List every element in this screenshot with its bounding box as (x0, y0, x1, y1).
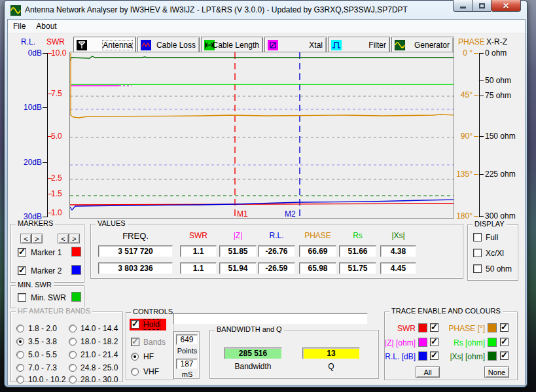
hold-highlight: Hold (130, 319, 166, 330)
xrz-tick-label: 150 ohm (485, 132, 519, 141)
marker2-prev-button[interactable]: < (58, 234, 69, 243)
menu-about[interactable]: About (31, 20, 62, 32)
trace-rl-label: R.L. [dB] (385, 352, 416, 361)
client-area: R.L. SWR PHASE X-R-Z Antenna Cable Loss … (8, 33, 525, 385)
values-header-phase: PHASE (299, 231, 336, 240)
band-18.0-radio[interactable] (69, 338, 77, 346)
display-50ohm-label: 50 ohm (486, 264, 512, 274)
trace-swr-checkbox[interactable] (430, 323, 438, 332)
trace-none-button[interactable]: None (484, 366, 509, 378)
trace-all-button[interactable]: All (416, 366, 440, 378)
hold-label: Hold (143, 320, 160, 329)
hf-radio[interactable] (131, 353, 139, 361)
xrz-tick-label: 225 ohm (485, 169, 519, 179)
filter-icon (331, 40, 342, 50)
bandwidth-label: Bandwidth (224, 362, 282, 371)
value-m2-phase: 65.98 (299, 262, 336, 274)
points-panel: 649 Points 187 mS (173, 331, 200, 379)
xrz-tick (480, 96, 484, 96)
marker2-checkbox[interactable] (18, 266, 26, 275)
bandwidth-value: 285 516 (224, 347, 282, 359)
band-28.0-radio[interactable] (69, 376, 77, 383)
band-3.5-radio[interactable] (16, 338, 24, 346)
hf-bands-panel: HF AMATEUR BANDS 1.8 - 2.0 3.5 - 3.8 5.0… (10, 312, 123, 382)
value-m1-swr: 1.1 (180, 245, 217, 257)
value-m2-xs: 4.45 (380, 262, 416, 274)
band-21.0-radio[interactable] (69, 351, 77, 359)
marker2-next-button[interactable]: > (69, 234, 80, 243)
marker1-next-button[interactable]: > (31, 234, 43, 243)
trace-phase-swatch[interactable] (488, 323, 497, 332)
display-50ohm-checkbox[interactable] (473, 264, 482, 273)
window-title: Antenna Network Analyser by IW3HEV & IW3… (25, 5, 408, 14)
trace-xs-swatch[interactable] (488, 351, 497, 361)
close-icon: ✕ (503, 1, 509, 10)
trace-xs-checkbox[interactable] (500, 351, 509, 360)
vhf-radio[interactable] (131, 368, 139, 376)
titlebar[interactable]: Antenna Network Analyser by IW3HEV & IW3… (5, 1, 527, 19)
trace-rl-swatch[interactable] (418, 351, 427, 361)
rl-tick-label: 10dB (13, 103, 42, 112)
desktop: Antenna Network Analyser by IW3HEV & IW3… (0, 0, 536, 392)
band-7.0-radio[interactable] (16, 364, 24, 372)
trace-phase-checkbox[interactable] (500, 323, 509, 332)
trace-z-swatch[interactable] (418, 338, 427, 347)
swr-tick (48, 136, 52, 137)
trace-xs-label: |Xs| [ohm] (440, 352, 485, 361)
min-swr-colour-swatch[interactable] (71, 292, 81, 302)
xrz-tick-label: 0 ohm (485, 48, 519, 58)
trace-rl-checkbox[interactable] (430, 351, 438, 360)
menu-file[interactable]: File (8, 20, 31, 32)
rl-tick (43, 53, 47, 54)
band-24.8-radio[interactable] (69, 364, 77, 372)
display-full-checkbox[interactable] (473, 233, 482, 241)
band-14.0-radio[interactable] (69, 325, 77, 332)
controls-panel: CONTROLS Hold Bands HF VHF (126, 312, 173, 380)
marker1-checkbox[interactable] (18, 248, 26, 257)
swr-tick (48, 178, 52, 179)
swr-tick (48, 194, 52, 194)
close-button[interactable]: ✕ (491, 0, 521, 12)
marker1-colour-swatch[interactable] (71, 247, 81, 257)
rl-tick-label: 20dB (13, 158, 42, 167)
xrz-axis-caption: X-R-Z (486, 37, 507, 46)
svg-text:M1: M1 (237, 209, 248, 218)
controls-panel-title: CONTROLS (131, 308, 175, 315)
value-m2-freq: 3 803 236 (98, 262, 173, 274)
hf-label: HF (143, 352, 154, 361)
rl-tick (43, 217, 47, 217)
marker2-colour-swatch[interactable] (71, 265, 81, 275)
right-axis-line (479, 53, 480, 217)
xrz-tick (480, 136, 484, 137)
tab-cable-loss-label: Cable Loss (156, 41, 196, 50)
min-swr-checkbox[interactable] (18, 293, 26, 302)
window-controls: ✕ (453, 0, 521, 12)
generator-icon (395, 40, 405, 50)
display-panel: DISPLAY Full Xc/Xl 50 ohm (467, 224, 518, 281)
sweep-status-input[interactable] (173, 313, 368, 325)
marker2-label: Marker 2 (31, 266, 62, 276)
xrz-tick (480, 216, 484, 217)
trace-z-checkbox[interactable] (430, 338, 438, 346)
band-1.8-radio[interactable] (16, 325, 24, 332)
hold-checkbox[interactable] (131, 320, 139, 329)
minimize-button[interactable] (453, 0, 473, 12)
band-10.0-label: 10.0 - 10.2 (28, 375, 65, 384)
values-header-rl: R.L. (258, 231, 295, 240)
app-icon (10, 5, 21, 16)
display-xcxl-checkbox[interactable] (473, 249, 482, 257)
xs-ohm-trace (70, 56, 454, 61)
band-24.8-label: 24.8 - 25.0 (80, 363, 118, 372)
xrz-tick (480, 174, 484, 175)
band-10.0-radio[interactable] (16, 376, 24, 383)
band-5.0-radio[interactable] (16, 351, 24, 359)
marker1-prev-button[interactable]: < (20, 234, 31, 243)
maximize-button[interactable] (473, 0, 491, 12)
band-21.0-label: 21.0 - 21.4 (80, 350, 118, 359)
display-panel-title: DISPLAY (473, 220, 507, 228)
chart-plot-area[interactable]: M1M2 (69, 52, 454, 219)
trace-rs-checkbox[interactable] (500, 338, 509, 346)
bands-checkbox[interactable] (131, 338, 139, 346)
trace-rs-swatch[interactable] (488, 338, 497, 347)
trace-swr-swatch[interactable] (418, 323, 427, 332)
